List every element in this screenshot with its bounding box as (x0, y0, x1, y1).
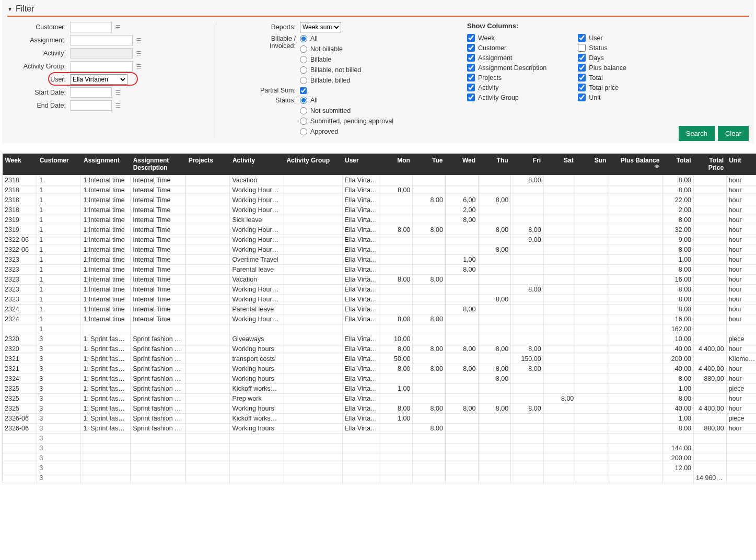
table-row[interactable]: 232531: Sprint fashi…Sprint fashion …Pre… (3, 393, 757, 403)
table-row[interactable]: 231811:Internal timeInternal TimeVacatio… (3, 175, 757, 185)
column-toggle[interactable]: Status (578, 44, 626, 52)
column-toggle[interactable]: Assignment Description (467, 64, 546, 72)
th-activity[interactable]: Activity (230, 154, 284, 175)
customer-input[interactable] (70, 22, 112, 32)
activity-group-input[interactable] (70, 61, 133, 72)
column-checkbox[interactable] (467, 74, 475, 81)
billable-option[interactable]: Billable, billed (300, 77, 361, 84)
status-option[interactable]: Submitted, pending approval (300, 118, 393, 125)
table-row[interactable]: 232311:Internal timeInternal TimeWorking… (3, 284, 757, 294)
table-row[interactable]: 232311:Internal timeInternal TimeVacatio… (3, 274, 757, 284)
table-row[interactable]: 2326-0631: Sprint fashi…Sprint fashion …… (3, 413, 757, 423)
assignment-input[interactable] (70, 35, 133, 45)
reports-select[interactable]: Week sum (300, 22, 341, 32)
status-radio[interactable] (300, 128, 307, 135)
table-row[interactable]: 232411:Internal timeInternal TimeWorking… (3, 314, 757, 324)
th-thu[interactable]: Thu (478, 154, 511, 175)
user-select[interactable]: Ella Virtanen (70, 74, 127, 85)
start-date-input[interactable] (70, 87, 112, 98)
column-toggle[interactable]: Week (467, 34, 546, 42)
clear-button[interactable]: Clear (718, 126, 749, 141)
th-projects[interactable]: Projects (186, 154, 230, 175)
column-checkbox[interactable] (578, 44, 586, 52)
column-toggle[interactable]: Customer (467, 44, 546, 52)
th-fri[interactable]: Fri (511, 154, 544, 175)
column-checkbox[interactable] (578, 74, 586, 81)
th-mon[interactable]: Mon (380, 154, 413, 175)
column-checkbox[interactable] (578, 34, 586, 42)
th-total-price[interactable]: Total Price (694, 154, 727, 175)
table-row[interactable]: 3144,00 (3, 443, 757, 453)
table-row[interactable]: 232431: Sprint fashi…Sprint fashion …Wor… (3, 374, 757, 383)
billable-option[interactable]: Not billable (300, 45, 361, 53)
th-week[interactable]: Week (3, 154, 37, 175)
partial-sum-checkbox[interactable] (300, 87, 307, 94)
column-toggle[interactable]: Assignment (467, 54, 546, 62)
column-checkbox[interactable] (578, 84, 586, 91)
table-row[interactable]: 231811:Internal timeInternal TimeWorking… (3, 185, 757, 195)
status-radio[interactable] (300, 118, 307, 125)
column-checkbox[interactable] (467, 84, 475, 91)
start-date-picker-icon[interactable]: ☰ (114, 88, 122, 97)
status-option[interactable]: Approved (300, 128, 393, 135)
table-row[interactable]: 232531: Sprint fashi…Sprint fashion …Kic… (3, 383, 757, 393)
table-row[interactable]: 232311:Internal timeInternal TimeParenta… (3, 264, 757, 274)
th-unit[interactable]: Unit (726, 154, 756, 175)
th-assignment[interactable]: Assignment (81, 154, 131, 175)
status-radio[interactable] (300, 107, 307, 114)
column-checkbox[interactable] (467, 34, 475, 42)
table-row[interactable]: 232311:Internal timeInternal TimeWorking… (3, 294, 757, 304)
eye-icon[interactable]: 👁 (611, 164, 659, 170)
table-row[interactable]: 312,00 (3, 463, 757, 473)
column-toggle[interactable]: Total price (578, 84, 626, 91)
column-toggle[interactable]: Plus balance (578, 64, 626, 72)
th-tue[interactable]: Tue (413, 154, 446, 175)
table-row[interactable]: 2322-0611:Internal timeInternal TimeWork… (3, 235, 757, 244)
filter-header[interactable]: ▼ Filter (7, 4, 749, 17)
status-option[interactable]: All (300, 97, 393, 104)
end-date-picker-icon[interactable]: ☰ (114, 101, 122, 110)
table-row[interactable]: 232031: Sprint fashi…Sprint fashion …Giv… (3, 334, 757, 344)
table-row[interactable]: 3200,00 (3, 453, 757, 463)
column-checkbox[interactable] (467, 54, 475, 62)
column-toggle[interactable]: Total (578, 74, 626, 81)
table-row[interactable]: 231911:Internal timeInternal TimeWorking… (3, 225, 757, 235)
table-row[interactable]: 2322-0611:Internal timeInternal TimeWork… (3, 244, 757, 254)
th-plus-balance[interactable]: Plus Balance👁 (609, 154, 662, 175)
customer-picker-icon[interactable]: ☰ (114, 23, 122, 31)
billable-option[interactable]: Billable (300, 56, 361, 63)
th-assignment-desc[interactable]: Assignment Description (131, 154, 186, 175)
column-toggle[interactable]: Projects (467, 74, 546, 81)
activity-group-picker-icon[interactable]: ☰ (135, 62, 143, 71)
search-button[interactable]: Search (679, 126, 715, 141)
table-row[interactable]: 3 (3, 433, 757, 443)
column-toggle[interactable]: User (578, 34, 626, 42)
column-toggle[interactable]: Activity (467, 84, 546, 91)
th-customer[interactable]: Customer (37, 154, 81, 175)
column-checkbox[interactable] (578, 94, 586, 101)
billable-radio[interactable] (300, 56, 307, 63)
table-row[interactable]: 314 960,00 (3, 473, 757, 483)
th-wed[interactable]: Wed (445, 154, 478, 175)
billable-option[interactable]: Billable, not billed (300, 66, 361, 74)
column-toggle[interactable]: Unit (578, 94, 626, 101)
billable-radio[interactable] (300, 35, 307, 42)
th-total[interactable]: Total (662, 154, 693, 175)
billable-radio[interactable] (300, 45, 307, 53)
table-row[interactable]: 1162,00 (3, 324, 757, 334)
billable-option[interactable]: All (300, 35, 361, 42)
end-date-input[interactable] (70, 100, 112, 111)
table-row[interactable]: 232311:Internal timeInternal TimeOvertim… (3, 254, 757, 264)
billable-radio[interactable] (300, 66, 307, 74)
activity-picker-icon[interactable]: ☰ (135, 49, 143, 57)
table-row[interactable]: 231811:Internal timeInternal TimeWorking… (3, 205, 757, 215)
th-user[interactable]: User (342, 154, 380, 175)
table-row[interactable]: 232531: Sprint fashi…Sprint fashion …Wor… (3, 403, 757, 413)
column-checkbox[interactable] (467, 64, 475, 72)
th-sat[interactable]: Sat (543, 154, 576, 175)
assignment-picker-icon[interactable]: ☰ (135, 36, 143, 44)
status-radio[interactable] (300, 97, 307, 104)
column-checkbox[interactable] (467, 44, 475, 52)
billable-radio[interactable] (300, 77, 307, 84)
column-checkbox[interactable] (578, 54, 586, 62)
